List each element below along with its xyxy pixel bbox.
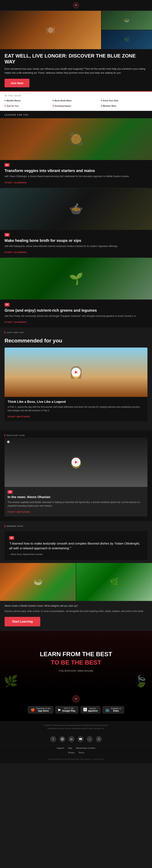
- footer-nav-section: Support Help MasterClass at Work Privacy…: [0, 745, 152, 763]
- disclaimer-text-1: Disclaimer: This email was in part gener…: [5, 724, 147, 727]
- lesson-card-1: 🥘 01 Transform veggies into vibrant star…: [0, 118, 152, 188]
- footer-logo: M: [72, 695, 80, 702]
- lesson-description-3: with Ron Finley, the community activist …: [5, 314, 147, 318]
- relevant-now-section: RELEVANT NOW ⊕ 👨 05 In the news: Alexis …: [0, 430, 152, 521]
- app-stores-section: 🍎 Download on the App Store ▶ GET IT ON …: [0, 706, 152, 721]
- lesson-description-1: with Yotam Ottolenghi, a James Beard Awa…: [5, 175, 147, 178]
- member-quote-text: "I learned how to make texturally smooth…: [9, 541, 143, 551]
- google-play-label: GET IT ON Google Play: [62, 707, 75, 712]
- facebook-icon[interactable]: f: [50, 736, 56, 742]
- member-cta-subtext: Dazzle a dinner party, write a book, or …: [0, 610, 152, 617]
- lesson-image-2: 🍲: [0, 188, 152, 230]
- footer-cta-price: Only $10/month, billed annually: [40, 669, 112, 672]
- recommended-title: Recommended for you: [5, 338, 147, 344]
- relevant-now-tag: RELEVANT NOW: [0, 430, 152, 437]
- recommended-section: Recommended for you 👩 Think Like a Boss,…: [0, 335, 152, 426]
- lesson-number-2: 02: [5, 233, 9, 237]
- hero-content: EAT WELL, LIVE LONGER: DISCOVER THE BLUE…: [0, 49, 152, 91]
- footer-terms-link[interactable]: Terms: [79, 751, 84, 754]
- list-item: Investing Impact: [53, 104, 99, 108]
- lesson-card-2: 🍲 02 Make healing bone broth for soups o…: [0, 188, 152, 258]
- list-item: Member Wins: [101, 104, 147, 108]
- hero-main-image: 🍽️: [0, 11, 101, 49]
- relevant-number: 05: [8, 490, 12, 494]
- app-store-badge[interactable]: 🍎 Download on the App Store: [28, 706, 53, 713]
- twitter-icon[interactable]: 𝕏: [96, 736, 102, 742]
- svg-text:M: M: [75, 4, 77, 7]
- tag-accent-line: [5, 434, 5, 437]
- footer-cta-image: 🌿 🍃 LEARN FROM THE BEST TO BE THE BEST O…: [0, 631, 152, 692]
- tiktok-icon[interactable]: ♪: [87, 736, 93, 742]
- google-play-icon: ▶: [58, 708, 61, 712]
- footer-cta-line1: LEARN FROM THE BEST: [40, 650, 112, 658]
- join-now-button[interactable]: Join Now: [5, 79, 29, 87]
- recommended-card-title: Think Like a Boss, Live Like a Legend: [8, 400, 144, 404]
- hero-top-right-image: 🥗: [101, 11, 152, 30]
- relevant-card-desc: The venture capitalist and Reddit cofoun…: [8, 500, 144, 508]
- lesson-title-3: Grow (and enjoy) nutrient-rich greens an…: [5, 308, 147, 313]
- list-item: Just for You: [5, 104, 51, 108]
- instagram-icon[interactable]: [59, 736, 65, 742]
- member-cta-text: Merle made a Middle Eastern feast. What …: [0, 604, 152, 610]
- list-item: Grow Your Own: [101, 99, 147, 102]
- lesson-content-1: 01 Transform veggies into vibrant starte…: [0, 160, 152, 188]
- recommended-image: 👩: [5, 347, 147, 397]
- disclaimer-section: Disclaimer: This email was in part gener…: [0, 721, 152, 733]
- lessons-section: LESSONS FOR YOU 🥘 01 Transform veggies i…: [0, 111, 152, 328]
- logo-container: M: [2, 2, 150, 8]
- member-wins-section: MEMBER WINS 06 "I learned how to make te…: [0, 521, 152, 631]
- bullet-dot: [5, 100, 6, 101]
- relevant-card-container: ⊕ 👨 05 In the news: Alexis Ohanian The v…: [0, 437, 152, 521]
- relevant-image: ⊕ 👨: [5, 437, 147, 487]
- app-stores-row: 🍎 Download on the App Store ▶ GET IT ON …: [3, 706, 149, 713]
- hero-subtitle: Ever wondered how your meals can influen…: [5, 67, 147, 75]
- masterclass-logo: M: [73, 2, 79, 8]
- lesson-image-1: 🥘: [0, 118, 152, 160]
- in-this-issue-label: IN THIS ISSUE: [5, 95, 147, 97]
- relevant-card-title: In the news: Alexis Ohanian: [8, 495, 144, 499]
- recommended-cta[interactable]: START WATCHING: [8, 415, 30, 418]
- footer-legal-nav: Privacy Terms: [0, 751, 152, 755]
- tag-accent-line: [5, 525, 5, 527]
- google-play-badge[interactable]: ▶ GET IT ON Google Play: [56, 706, 78, 713]
- disclaimer-text-2: MasterClass and New York are trademarks …: [5, 727, 147, 730]
- footer-cta-line2: TO BE THE BEST: [40, 659, 112, 666]
- lesson-title-1: Transform veggies into vibrant starters …: [5, 168, 147, 173]
- roku-badge[interactable]: 📺 Available on Roku: [102, 706, 124, 713]
- issue-grid: Mindful Mezze Bone Broth Bliss Grow Your…: [5, 99, 147, 108]
- lesson-content-2: 02 Make healing bone broth for soups or …: [0, 230, 152, 258]
- footer-nav-row: Support Help MasterClass at Work: [0, 745, 152, 751]
- play-icon: [75, 371, 78, 374]
- relevant-cta[interactable]: START WATCHING: [8, 511, 30, 513]
- member-quote-box: 06 "I learned how to make texturally smo…: [5, 531, 147, 560]
- member-wins-number: 06: [9, 536, 14, 539]
- play-button[interactable]: [71, 458, 81, 467]
- footer-nav-support[interactable]: Support: [57, 747, 64, 749]
- member-attribution: —Merle Anne, MasterClass member: [9, 553, 143, 555]
- footer-privacy-link[interactable]: Privacy: [68, 751, 75, 754]
- leaf-right-decoration: 🍃: [134, 674, 148, 688]
- play-button[interactable]: [71, 368, 81, 377]
- lessons-section-label: LESSONS FOR YOU: [0, 114, 152, 118]
- amazon-icon: 🅰: [83, 708, 87, 712]
- linkedin-icon[interactable]: in: [68, 736, 74, 742]
- member-wins-label: MEMBER WINS: [7, 525, 23, 527]
- lesson-cta-2[interactable]: START LEARNING: [5, 251, 27, 253]
- in-this-issue-section: IN THIS ISSUE Mindful Mezze Bone Broth B…: [0, 91, 152, 111]
- lesson-cta-3[interactable]: START LEARNING: [5, 321, 27, 323]
- lesson-cta-1[interactable]: START LEARNING: [5, 182, 27, 184]
- relevant-content: 05 In the news: Alexis Ohanian The ventu…: [5, 487, 147, 517]
- lesson-number-1: 01: [5, 163, 9, 167]
- footer-nav-help[interactable]: Help: [68, 747, 72, 749]
- start-learning-button[interactable]: Start Learning: [5, 617, 40, 626]
- footer-nav-work[interactable]: MasterClass at Work: [76, 747, 95, 749]
- youtube-icon[interactable]: [78, 736, 84, 742]
- amazon-badge[interactable]: 🅰 amazon appstore: [81, 706, 100, 713]
- just-for-you-tag: JUST FOR YOU: [0, 328, 152, 335]
- svg-point-5: [62, 739, 63, 740]
- relevant-now-label: RELEVANT NOW: [7, 434, 25, 436]
- tag-accent-line: [5, 331, 5, 334]
- bullet-dot: [53, 105, 54, 106]
- lesson-content-3: 03 Grow (and enjoy) nutrient-rich greens…: [0, 300, 152, 328]
- list-item: Mindful Mezze: [5, 99, 51, 102]
